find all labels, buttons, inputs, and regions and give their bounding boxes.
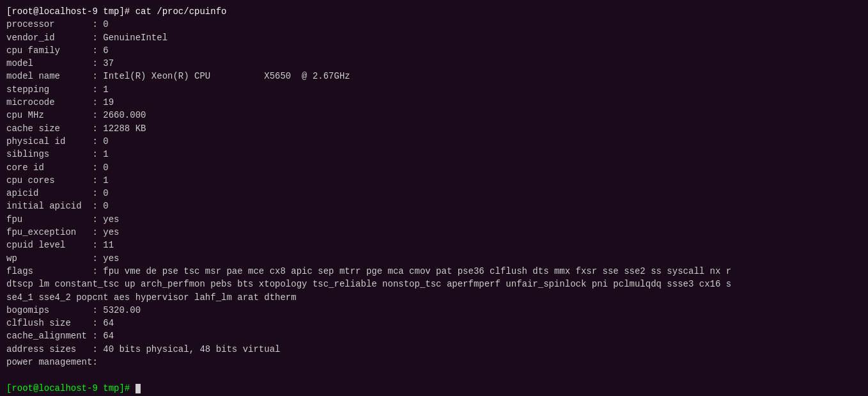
output-wp: wp : yes: [6, 252, 862, 265]
output-fpu-exception: fpu_exception : yes: [6, 226, 862, 239]
output-cpu-cores: cpu cores : 1: [6, 174, 862, 187]
cursor: [136, 384, 141, 393]
terminal-window[interactable]: [root@localhost-9 tmp]# cat /proc/cpuinf…: [0, 0, 868, 396]
output-processor: processor : 0: [6, 18, 862, 31]
output-clflush-size: clflush size : 64: [6, 317, 862, 329]
output-siblings: siblings : 1: [6, 148, 862, 161]
output-model: model : 37: [6, 57, 862, 70]
terminal-content: [root@localhost-9 tmp]# cat /proc/cpuinf…: [6, 5, 862, 395]
prompt-line: [root@localhost-9 tmp]#: [6, 382, 862, 395]
blank-line: [6, 368, 862, 381]
output-cpuid-level: cpuid level : 11: [6, 239, 862, 251]
output-cpu-mhz: cpu MHz : 2660.000: [6, 109, 862, 122]
output-stepping: stepping : 1: [6, 83, 862, 96]
output-cache-alignment: cache_alignment : 64: [6, 329, 862, 342]
output-cache-size: cache size : 12288 KB: [6, 122, 862, 135]
output-flags-cont1: dtscp lm constant_tsc up arch_perfmon pe…: [6, 278, 862, 290]
output-flags-cont2: se4_1 sse4_2 popcnt aes hypervisor lahf_…: [6, 291, 862, 304]
output-flags: flags : fpu vme de pse tsc msr pae mce c…: [6, 265, 862, 278]
output-model-name: model name : Intel(R) Xeon(R) CPU X5650 …: [6, 70, 862, 83]
output-apicid: apicid : 0: [6, 187, 862, 200]
output-microcode: microcode : 19: [6, 96, 862, 109]
output-initial-apicid: initial apicid : 0: [6, 200, 862, 212]
command-line: [root@localhost-9 tmp]# cat /proc/cpuinf…: [6, 5, 862, 18]
output-address-sizes: address sizes : 40 bits physical, 48 bit…: [6, 343, 862, 356]
output-power-management: power management:: [6, 356, 862, 368]
output-bogomips: bogomips : 5320.00: [6, 304, 862, 317]
output-fpu: fpu : yes: [6, 213, 862, 226]
output-cpu-family: cpu family : 6: [6, 44, 862, 57]
output-vendor-id: vendor_id : GenuineIntel: [6, 31, 862, 44]
output-physical-id: physical id : 0: [6, 135, 862, 148]
output-core-id: core id : 0: [6, 161, 862, 174]
